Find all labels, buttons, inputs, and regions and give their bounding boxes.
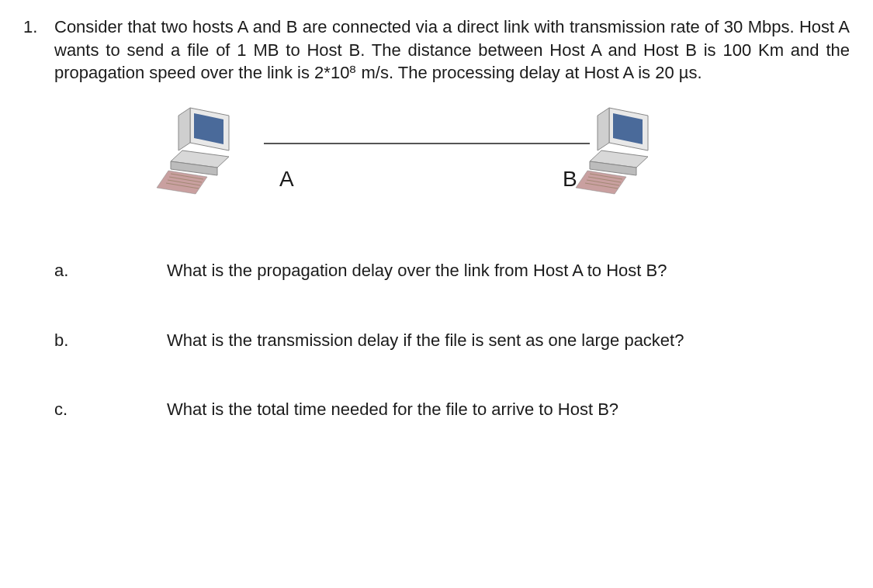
host-b-computer-icon (574, 104, 667, 205)
question-intro: Consider that two hosts A and B are conn… (54, 16, 850, 85)
subq-text: What is the propagation delay over the l… (167, 259, 850, 282)
subq-label: c. (54, 398, 167, 421)
subquestion-b: b. What is the transmission delay if the… (54, 329, 850, 352)
link-line (264, 143, 590, 144)
network-diagram: A B (155, 104, 850, 220)
subq-text: What is the transmission delay if the fi… (167, 329, 850, 352)
subquestion-c: c. What is the total time needed for the… (54, 398, 850, 421)
subquestion-a: a. What is the propagation delay over th… (54, 259, 850, 282)
question-number: 1. (23, 16, 54, 39)
host-a-computer-icon (155, 104, 248, 205)
svg-marker-1 (178, 108, 190, 150)
svg-marker-11 (598, 108, 609, 150)
subq-label: a. (54, 259, 167, 282)
subq-text: What is the total time needed for the fi… (167, 398, 850, 421)
intro-text: Consider that two hosts A and B are conn… (54, 17, 850, 82)
label-a: A (279, 164, 294, 194)
question-header: 1. Consider that two hosts A and B are c… (23, 16, 850, 85)
subq-label: b. (54, 329, 167, 352)
